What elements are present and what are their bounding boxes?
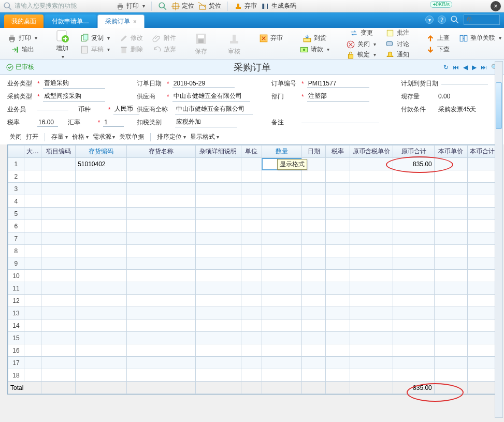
cell-orig-total[interactable]: 835.00 [393,158,434,170]
col-orig-tax-price[interactable]: 原币含税单价 [350,145,393,158]
col-local-price[interactable]: 本币单价 [434,145,467,158]
scrollbar-thumb[interactable] [496,82,502,129]
col-inventory-code[interactable]: 存货编码 [76,145,127,158]
tax-rate-field[interactable]: 16.00 [37,119,58,127]
add-button[interactable]: 增加 [51,27,74,61]
discard-button[interactable]: 弃审 [256,33,286,43]
top-bin-button[interactable]: 货位 [198,2,221,10]
tab-search-icon[interactable] [450,15,459,24]
discuss-button[interactable]: 讨论 [382,39,412,50]
request-button[interactable]: 请款 [296,45,333,55]
detail-grid[interactable]: 大… 项目编码 存货编码 存货名称 杂项详细说明 单位 数量 日期 税率 原币含… [7,144,497,395]
purch-type-field[interactable]: 成型间接采购 [43,92,105,101]
col-misc-detail[interactable]: 杂项详细说明 [195,145,241,158]
grid-relate-button[interactable]: 关联单据 [119,133,144,141]
top-locate-button[interactable]: 定位 [171,2,194,10]
relate-button[interactable]: 整单关联 [456,33,504,43]
exrate-field[interactable]: 1 [103,119,124,127]
table-row[interactable]: 7 [8,232,496,245]
grid-format-button[interactable]: 显示格式 [190,133,219,141]
biz-type-field[interactable]: 普通采购 [43,79,105,89]
approve-note-button[interactable]: 批注 [382,28,412,38]
receive-button[interactable]: 到货 [296,33,333,43]
modify-button[interactable]: 修改 [116,33,146,43]
table-row[interactable]: 10 [8,270,496,282]
order-date-field[interactable]: 2018-05-29 [172,80,235,88]
col-project-code[interactable]: 项目编码 [41,145,75,158]
vertical-scrollbar[interactable] [495,61,503,418]
table-row[interactable]: 151010402835.00 [8,158,496,170]
grid-close-button[interactable]: 关闭 [9,133,22,141]
up-query-button[interactable]: 上查 [423,33,453,43]
change-button[interactable]: 变更 [343,28,379,38]
grid-table[interactable]: 大… 项目编码 存货编码 存货名称 杂项详细说明 单位 数量 日期 税率 原币含… [8,145,496,394]
cell-inventory-code[interactable]: 51010402 [76,158,127,170]
tab-purchase-order[interactable]: 采购订单× [97,14,145,28]
attach-button[interactable]: 附件 [149,33,179,43]
supplier-field[interactable]: 中山市健雄五金有限公司 [172,92,250,101]
help-icon[interactable]: ? [438,16,446,24]
plan-date-field[interactable] [441,83,488,84]
top-print-button[interactable]: 打印 [116,2,145,10]
remark-field[interactable] [301,122,379,123]
down-query-button[interactable]: 下查 [423,45,453,55]
col-rowsel[interactable] [8,145,24,158]
grid-price-button[interactable]: 价格 [72,133,89,141]
draft-button[interactable]: 草稿 [77,45,113,55]
tabs-dropdown-icon[interactable]: ▾ [425,16,434,24]
currency-field[interactable]: 人民币 [113,105,139,114]
table-row[interactable]: 15 [8,332,496,344]
table-row[interactable]: 17 [8,357,496,369]
dept-field[interactable]: 注塑部 [307,92,369,101]
table-row[interactable]: 18 [8,369,496,382]
lock-button[interactable]: 锁定 [343,50,379,60]
table-row[interactable]: 4 [8,195,496,208]
output-button[interactable]: 输出 [4,45,40,55]
print-button[interactable]: 打印 [4,33,40,43]
col-unit[interactable]: 单位 [241,145,262,158]
top-unapprove-button[interactable]: 弃审 [234,2,257,10]
table-row[interactable]: 9 [8,257,496,270]
table-row[interactable]: 8 [8,245,496,257]
app-close-button[interactable]: × [491,1,501,11]
order-no-field[interactable]: PMI11577 [307,80,369,88]
sales-field[interactable] [37,109,68,110]
grid-stock-button[interactable]: 存量 [51,133,68,141]
table-row[interactable]: 3 [8,183,496,195]
nav-next-icon[interactable]: ▶ [472,64,477,71]
tax-cat-field[interactable]: 应税外加 [175,118,237,127]
copy-button[interactable]: 复制 [77,33,113,43]
col-taxrate[interactable]: 税率 [326,145,350,158]
close-tab-icon[interactable]: × [133,18,137,25]
tab-payment-request[interactable]: 付款申请单… [45,14,96,28]
table-row[interactable]: 14 [8,319,496,332]
col-date[interactable]: 日期 [301,145,325,158]
table-row[interactable]: 12 [8,295,496,307]
top-barcode-button[interactable]: 生成条码 [261,2,296,10]
col-quantity[interactable]: 数量 [262,145,301,158]
audit-button[interactable]: 审核 [223,31,246,57]
grid-open-button[interactable]: 打开 [26,133,38,141]
table-row[interactable]: 5 [8,208,496,220]
tab-desktop[interactable]: 我的桌面 [4,14,44,28]
grid-sort-button[interactable]: 排序定位 [157,133,186,141]
table-row[interactable]: 16 [8,344,496,357]
save-button[interactable]: 保存 [190,31,212,57]
nav-last-icon[interactable]: ⏭ [481,64,487,71]
nav-prev-icon[interactable]: ◀ [463,64,468,71]
table-row[interactable]: 6 [8,220,496,232]
grid-demand-button[interactable]: 需求源 [93,133,116,141]
tab-search-input[interactable] [464,14,500,25]
refresh-icon[interactable]: ↻ [443,64,449,71]
notify-button[interactable]: 通知 [382,50,412,60]
col-orig-total[interactable]: 原币合计 [393,145,434,158]
close-button[interactable]: 关闭 [343,39,379,50]
col-big[interactable]: 大… [24,145,41,158]
table-row[interactable]: 13 [8,307,496,319]
nav-first-icon[interactable]: ⏮ [453,64,459,71]
table-row[interactable]: 11 [8,282,496,295]
magnify-icon[interactable] [158,2,167,11]
col-local-total[interactable]: 本币合计 [467,145,496,158]
global-search-hint[interactable]: 请输入您要搜索的功能 [3,2,77,11]
delete-button[interactable]: 删除 [116,45,146,55]
